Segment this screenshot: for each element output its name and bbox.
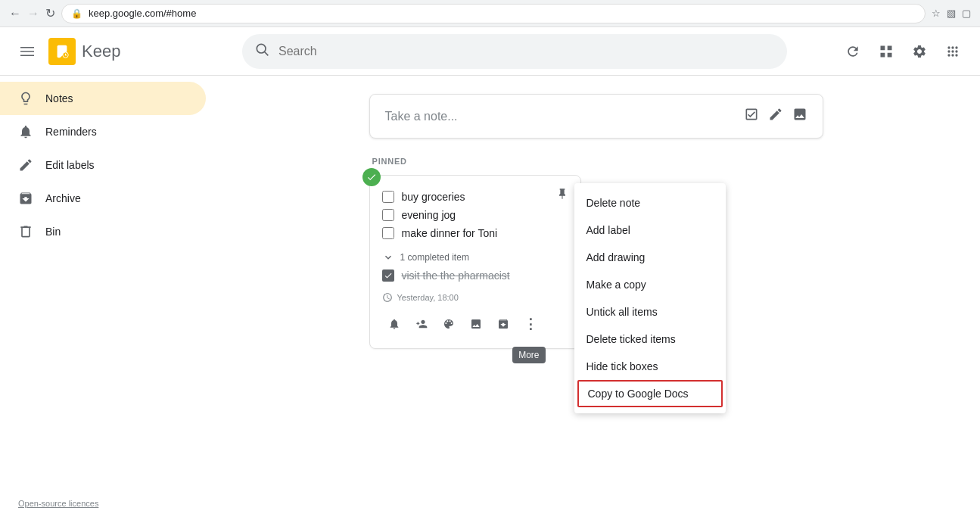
app-logo: Keep [48,38,120,65]
sidebar-item-edit-labels[interactable]: Edit labels [0,148,206,182]
context-menu: Delete note Add label Add drawing Make a… [574,183,726,413]
svg-point-7 [951,46,954,48]
archive-note-button[interactable] [491,312,515,336]
context-make-copy[interactable]: Make a copy [574,271,726,298]
timestamp-text: Yesterday, 18:00 [397,293,459,302]
svg-point-12 [947,54,950,56]
completed-toggle[interactable]: 1 completed item [382,248,568,266]
checklist-text-1: buy groceries [402,191,465,203]
note-actions: ⋮ More [382,309,568,336]
sidebar-item-notes[interactable]: Notes [0,82,206,115]
context-hide-tick-boxes[interactable]: Hide tick boxes [574,353,726,380]
checkbox-buy-groceries[interactable] [382,191,394,203]
sidebar: Notes Reminders Edit labels Archive Bin [0,76,212,514]
footer-text[interactable]: Open-source licences [18,499,98,508]
lock-icon: 🔒 [71,8,82,19]
bookmark-button[interactable]: ☆ [932,8,941,19]
checklist-text-2: evening jog [402,209,456,221]
svg-rect-2 [20,55,34,56]
pin-button[interactable] [550,182,574,206]
note-input-bar[interactable]: Take a note... [369,94,823,139]
sidebar-bin-label: Bin [45,226,61,238]
svg-point-11 [955,50,957,52]
forward-button[interactable]: → [27,7,39,20]
refresh-notes-button[interactable] [838,36,868,67]
sidebar-reminders-label: Reminders [45,126,97,138]
svg-point-13 [951,54,954,56]
add-image-button[interactable] [792,107,807,126]
sidebar-edit-labels-label: Edit labels [45,159,95,171]
completed-count-label: 1 completed item [400,252,469,263]
checkbox-evening-jog[interactable] [382,209,394,221]
sidebar-item-bin[interactable]: Bin [0,215,206,248]
more-button[interactable]: ⋮ [518,312,543,336]
checked-checkbox-1 [382,269,394,282]
apps-button[interactable] [938,36,968,67]
svg-line-5 [265,52,269,56]
menu-button[interactable] [12,36,42,67]
checklist-text-3: make dinner for Toni [402,227,498,239]
note-input-placeholder[interactable]: Take a note... [385,110,744,123]
note-timestamp: Yesterday, 18:00 [382,292,568,303]
context-delete-ticked[interactable]: Delete ticked items [574,326,726,353]
svg-point-8 [955,46,957,48]
context-add-label[interactable]: Add label [574,217,726,244]
url-bar[interactable]: keep.google.com/#home [89,8,196,19]
window-controls[interactable]: ▢ [962,8,971,19]
pinned-label: PINNED [372,157,823,166]
svg-point-10 [951,50,954,52]
add-image-note-button[interactable] [464,312,488,336]
search-icon [254,42,269,61]
checklist-item-1: buy groceries [382,188,568,206]
note-selected-indicator [362,168,381,186]
sidebar-item-reminders[interactable]: Reminders [0,115,206,148]
add-drawing-button[interactable] [768,107,783,126]
checklist-item-3: make dinner for Toni [382,224,568,242]
add-collaborator-button[interactable] [409,312,434,336]
back-button[interactable]: ← [9,7,21,20]
svg-rect-0 [20,47,34,48]
checkbox-make-dinner[interactable] [382,227,394,239]
refresh-button[interactable]: ↻ [45,6,55,20]
completed-section: 1 completed item visit the the pharmacis… [382,248,568,285]
svg-rect-1 [20,51,34,52]
extensions-button[interactable]: ▧ [947,8,956,19]
view-toggle-button[interactable] [871,36,901,67]
context-untick-all[interactable]: Untick all items [574,298,726,326]
svg-point-14 [955,54,957,56]
svg-point-4 [257,44,266,53]
svg-point-6 [947,46,950,48]
sidebar-notes-label: Notes [45,92,73,104]
pinned-section: PINNED buy groceries evening [369,157,823,349]
context-copy-to-docs[interactable]: Copy to Google Docs [577,380,723,407]
completed-text-1: visit the the pharmacist [402,269,510,282]
svg-point-9 [947,50,950,52]
context-add-drawing[interactable]: Add drawing [574,244,726,271]
checklist-item-2: evening jog [382,206,568,224]
footer: Open-source licences [0,493,980,514]
sidebar-item-archive[interactable]: Archive [0,182,206,215]
completed-item-1: visit the the pharmacist [382,266,568,285]
context-delete-note[interactable]: Delete note [574,189,726,217]
note-card: buy groceries evening jog make dinner fo… [369,175,581,349]
more-tooltip: More [512,347,545,363]
add-color-button[interactable] [437,312,461,336]
search-input[interactable] [278,45,775,58]
main-content: Take a note... PINNED [212,76,980,514]
remind-me-button[interactable] [382,312,406,336]
search-bar[interactable] [242,34,787,69]
app-name-label: Keep [82,42,120,61]
add-checklist-button[interactable] [744,107,759,126]
sidebar-archive-label: Archive [45,192,81,204]
settings-button[interactable] [904,36,935,67]
